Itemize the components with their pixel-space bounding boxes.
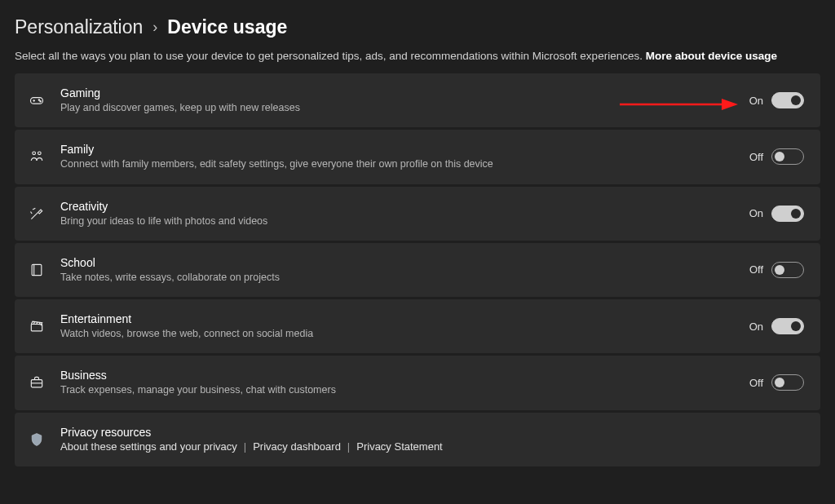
breadcrumb: Personalization › Device usage	[15, 16, 820, 38]
book-icon	[28, 261, 46, 279]
setting-title: Family	[60, 143, 735, 156]
setting-row-school: School Take notes, write essays, collabo…	[15, 243, 820, 297]
setting-title: Creativity	[60, 200, 735, 213]
breadcrumb-parent[interactable]: Personalization	[15, 16, 143, 38]
toggle-state-label: On	[749, 321, 763, 333]
family-toggle[interactable]	[771, 148, 804, 165]
setting-subtitle: Bring your ideas to life with photos and…	[60, 214, 735, 228]
toggle-state-label: On	[749, 95, 763, 107]
creativity-toggle[interactable]	[771, 206, 804, 222]
school-toggle[interactable]	[771, 262, 804, 278]
setting-title: Business	[60, 369, 735, 382]
svg-rect-7	[32, 264, 42, 275]
privacy-link-dashboard[interactable]: Privacy dashboard	[253, 440, 341, 453]
business-toggle[interactable]	[771, 374, 804, 391]
briefcase-icon	[28, 374, 46, 391]
toggle-state-label: Off	[749, 151, 763, 163]
description-text: Select all the ways you plan to use your…	[15, 50, 646, 62]
toggle-state-label: On	[749, 207, 763, 219]
setting-row-entertainment: Entertainment Watch videos, browse the w…	[15, 299, 820, 353]
setting-subtitle: Connect with family members, edit safety…	[60, 157, 735, 170]
separator: |	[347, 440, 350, 453]
setting-row-creativity: Creativity Bring your ideas to life with…	[15, 187, 820, 241]
toggle-state-label: Off	[749, 377, 763, 389]
svg-point-4	[40, 101, 41, 102]
family-icon	[28, 148, 46, 166]
page-title: Device usage	[167, 16, 287, 38]
setting-subtitle: Track expenses, manage your business, ch…	[60, 383, 735, 396]
setting-row-gaming: Gaming Play and discover games, keep up …	[15, 73, 820, 127]
toggle-state-label: Off	[749, 263, 763, 276]
setting-title: School	[60, 256, 735, 269]
entertainment-toggle[interactable]	[771, 318, 804, 334]
chevron-right-icon: ›	[152, 19, 157, 36]
setting-subtitle: Play and discover games, keep up with ne…	[60, 101, 735, 114]
creativity-icon	[28, 205, 46, 223]
page-description: Select all the ways you plan to use your…	[15, 50, 820, 62]
privacy-links: About these settings and your privacy | …	[60, 440, 804, 453]
svg-point-5	[33, 152, 36, 155]
privacy-link-statement[interactable]: Privacy Statement	[356, 440, 443, 453]
setting-subtitle: Watch videos, browse the web, connect on…	[60, 327, 735, 340]
more-about-link[interactable]: More about device usage	[646, 50, 777, 62]
clapper-icon	[28, 317, 46, 335]
setting-row-family: Family Connect with family members, edit…	[15, 130, 820, 183]
setting-title: Gaming	[60, 86, 735, 99]
privacy-link-about[interactable]: About these settings and your privacy	[60, 440, 237, 453]
svg-point-6	[38, 152, 42, 155]
privacy-resources-row: Privacy resources About these settings a…	[15, 413, 820, 466]
separator: |	[244, 440, 246, 453]
settings-list: Gaming Play and discover games, keep up …	[15, 73, 820, 466]
gamepad-icon	[28, 91, 46, 109]
privacy-title: Privacy resources	[60, 426, 804, 439]
shield-icon	[28, 431, 46, 449]
setting-row-business: Business Track expenses, manage your bus…	[15, 356, 820, 409]
gaming-toggle[interactable]	[771, 92, 804, 108]
setting-subtitle: Take notes, write essays, collaborate on…	[60, 271, 735, 284]
svg-point-3	[38, 99, 39, 100]
setting-title: Entertainment	[60, 312, 735, 325]
